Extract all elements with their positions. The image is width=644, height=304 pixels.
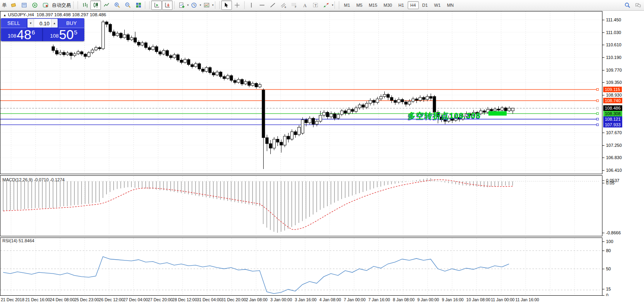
time-axis-label: 7 Jan 16:00 [369, 297, 390, 302]
price-axis[interactable]: 111.450111.030110.610110.190109.770109.3… [602, 11, 644, 304]
time-axis-label: 3 Jan 00:00 [270, 297, 292, 302]
mt4-window: 单 自动交易 ▾ ▾ ▾ E F A T ▾ M1M5M15M30H1H4D1W [0, 0, 644, 304]
macd-tick-mark [602, 180, 604, 181]
turning-point-annotation[interactable]: 多空转折点108.308 [408, 110, 481, 121]
toolbar-separator [244, 1, 245, 9]
trendline-icon[interactable] [268, 0, 278, 10]
rsi-canvas[interactable] [0, 238, 602, 295]
price-chart-canvas[interactable] [0, 11, 602, 174]
chart-title: ▲USDJPY-,H4 108.397 108.498 108.297 108.… [3, 12, 106, 17]
macd-axis-label: 0.05 [606, 180, 614, 185]
arrows-icon[interactable] [321, 0, 332, 10]
volume-decrease-button[interactable]: ▼ [28, 19, 34, 27]
price-tick-mark [602, 20, 604, 20]
tile-windows-icon[interactable] [133, 0, 144, 10]
price-tick-label: 110.610 [606, 42, 621, 47]
volume-increase-button[interactable]: ▲ [51, 19, 57, 27]
symbol-collapse-icon[interactable]: ▲ [3, 13, 6, 17]
arrows-dropdown-caret[interactable]: ▾ [332, 4, 334, 7]
periods-icon[interactable] [189, 0, 199, 10]
price-tick-label: 108.930 [606, 93, 622, 97]
zoom-out-icon[interactable] [122, 0, 133, 10]
price-tick-label: 110.190 [606, 55, 621, 60]
volume-value[interactable]: 0.10 [34, 19, 51, 27]
time-axis-label: 21 Dec 2018 [1, 297, 25, 302]
timeframe-m1[interactable]: M1 [341, 1, 353, 9]
line-chart-icon[interactable] [101, 0, 112, 10]
label-icon[interactable]: T [310, 0, 321, 10]
timeframe-d1[interactable]: D1 [420, 1, 431, 9]
time-axis-label: 3 Jan 16:00 [295, 297, 317, 302]
candlestick-chart-icon[interactable] [90, 0, 101, 10]
price-tick-label: 106.410 [606, 168, 622, 173]
timeframe-m5[interactable]: M5 [353, 1, 365, 9]
channel-icon[interactable]: E [278, 0, 289, 10]
timeframe-mn[interactable]: MN [444, 1, 456, 9]
main-toolbar: 单 自动交易 ▾ ▾ ▾ E F A T ▾ M1M5M15M30H1H4D1W [0, 0, 644, 11]
new-order-button[interactable]: 单 [1, 2, 8, 9]
price-badge: 108.308 [603, 111, 622, 116]
price-tick-mark [602, 32, 604, 33]
price-tick-mark [602, 95, 604, 95]
timeframe-h4[interactable]: H4 [408, 1, 419, 9]
timeframe-m30[interactable]: M30 [381, 1, 395, 9]
toolbar-grip [215, 2, 217, 9]
svg-text:A: A [303, 3, 307, 8]
fibonacci-icon[interactable]: F [289, 0, 300, 10]
time-axis-label: 4 Jan 08:00 [319, 297, 341, 302]
sell-price-sup: 6 [32, 29, 35, 36]
time-axis-label: 27 Dec 20:00 [148, 297, 172, 302]
rsi-label: RSI(14) 51.8464 [2, 238, 34, 243]
cursor-icon[interactable] [221, 0, 232, 10]
toolbar-separator [219, 1, 220, 9]
autotrading-button[interactable]: 自动交易 [51, 2, 72, 9]
chart-shift-icon[interactable] [162, 0, 173, 10]
green-rectangle-object[interactable] [488, 111, 507, 116]
rsi-tick-mark [602, 289, 604, 289]
sell-price-base: 108 [8, 33, 17, 39]
price-badge: 108.740 [603, 98, 622, 103]
market-watch-icon[interactable] [8, 0, 19, 10]
timeframe-m15[interactable]: M15 [366, 1, 380, 9]
buy-price[interactable]: 108505 [43, 28, 84, 41]
zoom-in-icon[interactable] [112, 0, 122, 10]
signals-icon[interactable] [29, 0, 40, 10]
templates-icon[interactable] [201, 0, 212, 10]
indicators-dropdown-caret[interactable]: ▾ [187, 4, 189, 7]
price-tick-label: 106.830 [606, 155, 622, 160]
macd-canvas[interactable] [0, 176, 602, 236]
timeframe-h1[interactable]: H1 [395, 1, 407, 9]
pane-separator[interactable] [0, 174, 644, 176]
crosshair-icon[interactable] [232, 0, 243, 10]
autotrading-icon[interactable] [40, 0, 51, 10]
time-axis-label: 26 Dec 12:00 [99, 297, 123, 302]
price-badge: 108.121 [603, 116, 622, 122]
sell-button[interactable]: SELL [1, 18, 27, 28]
sell-price[interactable]: 108486 [1, 28, 42, 41]
rsi-tick-mark [602, 241, 604, 242]
horizontal-line-icon[interactable] [257, 0, 268, 10]
vertical-line-icon[interactable] [246, 0, 257, 10]
text-icon[interactable]: A [300, 0, 310, 10]
indicators-icon[interactable] [176, 0, 187, 10]
rsi-tick-mark [602, 269, 604, 269]
buy-price-big: 50 [59, 29, 74, 40]
timeframe-w1[interactable]: W1 [431, 1, 444, 9]
templates-dropdown-caret[interactable]: ▾ [212, 4, 214, 7]
toolbar-grip [334, 2, 336, 9]
rsi-axis-label: 15 [606, 287, 611, 291]
price-tick-label: 107.670 [606, 130, 622, 135]
chat-icon[interactable] [633, 0, 643, 10]
toolbar-separator [174, 1, 175, 9]
ohlc-bars-icon[interactable] [80, 0, 90, 10]
buy-price-base: 108 [50, 33, 59, 39]
chart-ohlc-values: 108.397 108.498 108.297 108.486 [36, 12, 106, 17]
data-window-icon[interactable] [19, 0, 29, 10]
volume-stepper: ▼ 0.10 ▲ [27, 19, 58, 28]
time-axis[interactable]: 21 Dec 201821 Dec 16:0024 Dec 08:0025 De… [0, 296, 644, 304]
auto-scroll-icon[interactable] [151, 0, 162, 10]
price-tick-mark [602, 70, 604, 70]
time-axis-label: 28 Dec 12:00 [172, 297, 197, 302]
search-icon[interactable] [622, 0, 633, 10]
buy-button[interactable]: BUY [59, 18, 84, 28]
